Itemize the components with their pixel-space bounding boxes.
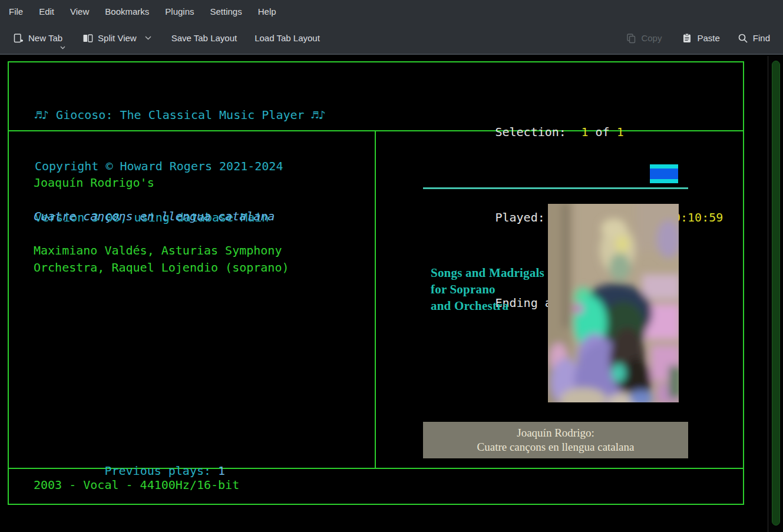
cover-title-line-3: and Orchestra: [431, 298, 544, 314]
giocoso-frame: ♬♪ Giocoso: The Classical Music Player ♬…: [8, 61, 744, 505]
work-title: Cuatre cançons en llengua catalana: [34, 208, 275, 225]
album-art-image: [548, 204, 679, 402]
meter-top-stripe: [650, 164, 678, 168]
new-tab-chevron-down-icon[interactable]: [60, 46, 65, 49]
copy-icon: [626, 33, 636, 44]
copy-button[interactable]: Copy: [621, 29, 666, 47]
caption-line-1: Joaquín Rodrigo:: [423, 426, 688, 440]
menu-settings[interactable]: Settings: [210, 6, 242, 16]
caption-line-2: Cuatre cançons en llengua catalana: [423, 440, 688, 454]
cover-title-line-2: for Soprano: [431, 281, 544, 298]
split-view-chevron-down-icon[interactable]: [145, 36, 151, 40]
menu-plugins[interactable]: Plugins: [165, 6, 194, 16]
menu-help[interactable]: Help: [258, 6, 276, 16]
paste-label: Paste: [697, 33, 719, 43]
performers-line-1: Maximiano Valdés, Asturias Symphony: [34, 242, 282, 259]
album-caption: Joaquín Rodrigo: Cuatre cançons en lleng…: [423, 422, 688, 458]
composer-name: Joaquín Rodrigo's: [34, 174, 154, 191]
performers-line-2: Orchestra, Raquel Lojendio (soprano): [34, 259, 289, 276]
terminal-viewport[interactable]: ♬♪ Giocoso: The Classical Music Player ♬…: [0, 56, 783, 532]
menubar: File Edit View Bookmarks Plugins Setting…: [0, 0, 783, 22]
album-cover-title: Songs and Madrigals for Soprano and Orch…: [431, 265, 544, 314]
artwork-panel: Songs and Madrigals for Soprano and Orch…: [376, 131, 742, 468]
menu-file[interactable]: File: [9, 6, 23, 16]
progress-line: [423, 187, 688, 189]
menu-view[interactable]: View: [70, 6, 89, 16]
split-view-button[interactable]: Split View: [78, 29, 156, 47]
new-tab-label: New Tab: [28, 33, 62, 43]
main-row: Joaquín Rodrigo's Cuatre cançons en llen…: [9, 131, 743, 469]
find-label: Find: [753, 33, 770, 43]
search-icon: [738, 33, 748, 44]
app-title: ♬♪ Giocoso: The Classical Music Player ♬…: [35, 107, 326, 124]
split-view-label: Split View: [98, 33, 137, 43]
meter-body: [650, 168, 678, 179]
menu-bookmarks[interactable]: Bookmarks: [105, 6, 149, 16]
save-tab-layout-label: Save Tab Layout: [171, 33, 237, 43]
copy-label: Copy: [641, 33, 662, 43]
now-playing-panel: Joaquín Rodrigo's Cuatre cançons en llen…: [9, 131, 376, 468]
new-tab-button[interactable]: New Tab: [8, 29, 67, 47]
header-box: ♬♪ Giocoso: The Classical Music Player ♬…: [9, 62, 743, 131]
meter-bottom-stripe: [650, 179, 678, 183]
paste-button[interactable]: Paste: [677, 29, 724, 47]
recording-info: 2003 - Vocal - 44100Hz/16-bit: [34, 469, 239, 501]
split-view-icon: [82, 33, 93, 44]
cover-title-line-1: Songs and Madrigals: [431, 265, 544, 281]
save-tab-layout-button[interactable]: Save Tab Layout: [167, 29, 242, 47]
paste-icon: [682, 33, 692, 44]
playback-meter: [650, 164, 678, 183]
toolbar: New Tab Split View Save Tab Layout Load …: [0, 22, 783, 55]
load-tab-layout-button[interactable]: Load Tab Layout: [250, 29, 325, 47]
footer-box: 2003 - Vocal - 44100Hz/16-bit: [9, 469, 743, 503]
scrollbar-track[interactable]: [768, 56, 783, 532]
scrollbar-thumb[interactable]: [772, 61, 780, 526]
menu-edit[interactable]: Edit: [39, 6, 54, 16]
load-tab-layout-label: Load Tab Layout: [255, 33, 320, 43]
find-button[interactable]: Find: [733, 29, 775, 47]
new-tab-icon: [13, 33, 24, 44]
